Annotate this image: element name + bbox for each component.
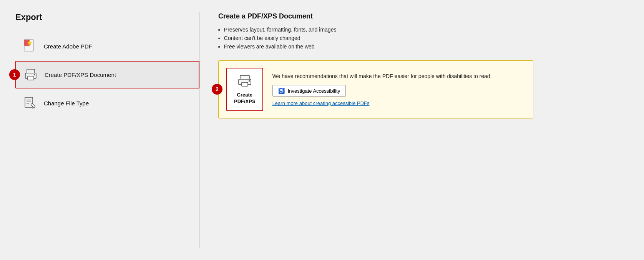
recommendation-text: We have recommendations that will make t… (272, 72, 492, 80)
investigate-accessibility-button[interactable]: ♿ Investigate Accessibility (272, 85, 346, 97)
menu-item-pdfxps-label: Create PDF/XPS Document (45, 72, 116, 78)
svg-rect-15 (242, 82, 248, 86)
svg-rect-16 (249, 80, 250, 82)
menu-item-create-adobe-pdf[interactable]: Create Adobe PDF (15, 33, 199, 59)
svg-marker-12 (32, 108, 33, 109)
bullet-list: Preserves layout, formatting, fonts, and… (218, 27, 610, 50)
learn-more-link[interactable]: Learn more about creating accessible PDF… (272, 100, 492, 106)
right-panel-title: Create a PDF/XPS Document (218, 12, 610, 20)
menu-item-changefile-label: Change File Type (44, 100, 89, 107)
create-pdf-xps-button[interactable]: CreatePDF/XPS (226, 68, 263, 111)
change-file-icon (22, 95, 38, 111)
recommendation-box: 2 CreatePDF/XPS We have recommendat (218, 60, 533, 118)
create-pdf-button-label: CreatePDF/XPS (234, 92, 256, 105)
menu-item-adobe-label: Create Adobe PDF (44, 43, 92, 50)
export-panel: Export Create Adobe PDF 1 (15, 12, 629, 248)
adobe-pdf-icon (22, 38, 38, 54)
menu-item-create-pdf-xps[interactable]: 1 Create PDF/XPS Document (15, 61, 199, 88)
page-title: Export (15, 12, 199, 22)
bullet-item-1: Preserves layout, formatting, fonts, and… (218, 27, 610, 33)
accessibility-icon: ♿ (278, 88, 285, 94)
step2-badge: 2 (212, 84, 222, 95)
bullet-item-3: Free viewers are available on the web (218, 43, 610, 50)
left-panel: Export Create Adobe PDF 1 (15, 12, 200, 248)
investigate-btn-label: Investigate Accessibility (288, 88, 340, 94)
svg-rect-5 (28, 76, 34, 80)
svg-rect-6 (34, 74, 35, 75)
bullet-item-2: Content can't be easily changed (218, 35, 610, 41)
recommendation-content: We have recommendations that will make t… (272, 68, 492, 111)
create-pdf-button-icon (237, 74, 252, 89)
svg-rect-7 (25, 97, 33, 107)
right-panel: Create a PDF/XPS Document Preserves layo… (200, 12, 629, 248)
printer-icon (23, 67, 38, 82)
step1-badge: 1 (9, 69, 20, 80)
menu-item-change-file-type[interactable]: Change File Type (15, 90, 199, 116)
